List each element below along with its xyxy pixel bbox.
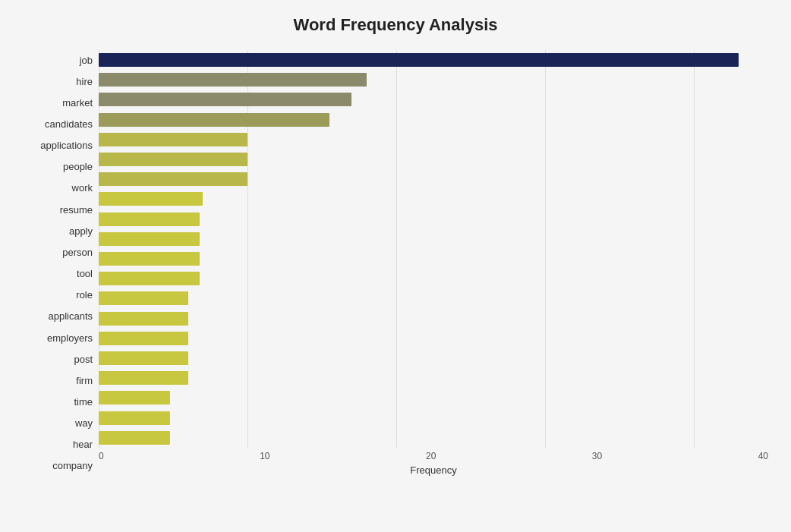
bar-row-role bbox=[99, 269, 768, 288]
y-label-person: person bbox=[62, 242, 93, 262]
bar-row-hire bbox=[99, 70, 768, 90]
y-label-post: post bbox=[74, 349, 93, 369]
y-label-hire: hire bbox=[76, 71, 93, 91]
x-tick-0: 0 bbox=[99, 451, 104, 461]
bar-post bbox=[99, 332, 188, 345]
bars-section: 010203040 Frequency bbox=[99, 50, 768, 476]
y-label-employers: employers bbox=[47, 328, 93, 348]
y-label-resume: resume bbox=[60, 200, 93, 219]
x-tick-30: 30 bbox=[592, 451, 602, 461]
bar-row-way bbox=[99, 388, 768, 408]
bar-employers bbox=[99, 312, 188, 326]
bar-market bbox=[99, 93, 351, 106]
y-label-company: company bbox=[52, 456, 93, 476]
bar-role bbox=[99, 272, 200, 285]
x-tick-20: 20 bbox=[426, 451, 436, 461]
bar-row-candidates bbox=[99, 110, 768, 130]
bar-candidates bbox=[99, 113, 329, 127]
bar-row-firm bbox=[99, 348, 768, 368]
bar-applicants bbox=[99, 291, 188, 305]
y-label-candidates: candidates bbox=[45, 114, 93, 134]
y-label-hear: hear bbox=[73, 435, 93, 455]
bar-applications bbox=[99, 133, 247, 146]
x-tick-10: 10 bbox=[260, 451, 269, 461]
bar-row-resume bbox=[99, 189, 768, 209]
bar-hire bbox=[99, 73, 367, 87]
bar-row-applicants bbox=[99, 288, 768, 308]
bar-row-tool bbox=[99, 249, 768, 269]
bar-job bbox=[99, 53, 739, 67]
bar-row-hear bbox=[99, 408, 768, 428]
y-label-people: people bbox=[63, 157, 93, 177]
x-axis-label: Frequency bbox=[99, 464, 768, 476]
chart-area: jobhiremarketcandidatesapplicationspeopl… bbox=[23, 50, 768, 476]
bar-firm bbox=[99, 351, 188, 365]
bar-people bbox=[99, 153, 247, 166]
chart-title: Word Frequency Analysis bbox=[23, 15, 768, 35]
y-label-applicants: applicants bbox=[48, 307, 93, 326]
bar-row-work bbox=[99, 169, 768, 189]
bar-apply bbox=[99, 212, 200, 226]
y-label-time: time bbox=[74, 392, 93, 412]
y-label-way: way bbox=[75, 414, 93, 433]
bar-row-post bbox=[99, 329, 768, 348]
x-axis: 010203040 bbox=[99, 451, 768, 461]
bar-tool bbox=[99, 252, 200, 266]
bar-row-time bbox=[99, 368, 768, 388]
y-label-firm: firm bbox=[76, 370, 93, 390]
bar-row-apply bbox=[99, 209, 768, 229]
bar-time bbox=[99, 371, 188, 385]
y-label-role: role bbox=[76, 285, 93, 305]
chart-container: Word Frequency Analysis jobhiremarketcan… bbox=[0, 0, 791, 532]
bar-resume bbox=[99, 192, 203, 206]
bar-row-employers bbox=[99, 309, 768, 329]
bars-inner bbox=[99, 50, 768, 448]
bar-hear bbox=[99, 411, 170, 425]
bar-row-applications bbox=[99, 130, 768, 150]
bar-row-market bbox=[99, 90, 768, 109]
y-label-market: market bbox=[62, 93, 93, 112]
y-axis: jobhiremarketcandidatesapplicationspeopl… bbox=[23, 50, 99, 476]
bar-work bbox=[99, 172, 247, 186]
y-label-applications: applications bbox=[40, 136, 93, 156]
bar-row-job bbox=[99, 50, 768, 70]
bar-way bbox=[99, 391, 170, 405]
x-tick-40: 40 bbox=[758, 451, 768, 461]
y-label-job: job bbox=[80, 50, 93, 70]
bar-row-people bbox=[99, 150, 768, 169]
y-label-apply: apply bbox=[69, 221, 93, 241]
bar-row-person bbox=[99, 229, 768, 249]
bar-person bbox=[99, 232, 200, 246]
y-label-work: work bbox=[72, 178, 93, 198]
bar-row-company bbox=[99, 428, 768, 448]
y-label-tool: tool bbox=[77, 264, 93, 284]
bar-company bbox=[99, 431, 170, 445]
